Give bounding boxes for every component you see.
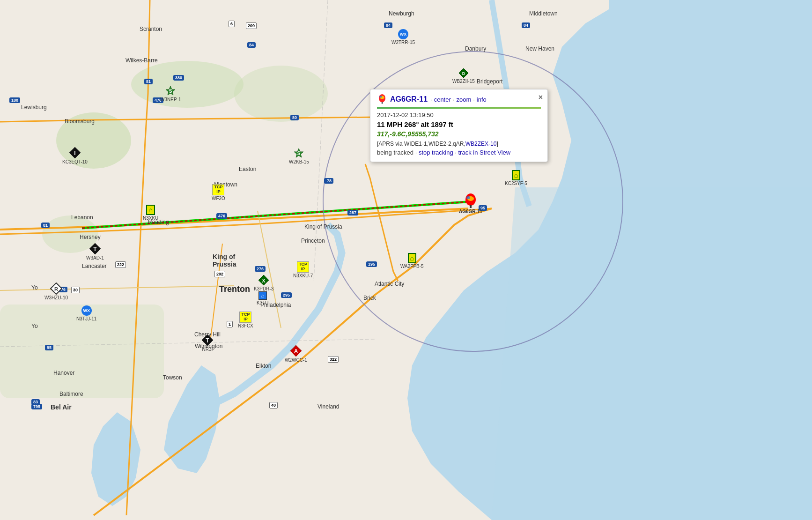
shield-i295: 295 [281,292,292,298]
svg-point-34 [379,96,382,98]
label-w2kb15: W2KB-15 [289,159,309,164]
popup-dot3: · [473,96,475,103]
popup-center-link[interactable]: center [434,96,451,103]
station-w3hzu10[interactable]: R W3HZU-10 [44,282,68,300]
svg-text:D: D [462,71,465,76]
shield-i95-s: 95 [45,345,53,350]
label-ag6gr11: AG6GR-11 [459,209,482,214]
label-kc2syf5: KC2SYF-5 [505,181,527,186]
svg-text:T: T [93,246,97,253]
shield-i287: 287 [347,210,358,215]
station-w3nep1[interactable]: S W3NEP-1 [160,85,181,102]
svg-text:I: I [74,150,75,156]
label-w3ad1: W3AD-1 [86,255,104,260]
label-w3hzu10: W3HZU-10 [44,295,68,300]
label-n3xku: N3XKU [143,215,158,221]
balloon-ag6gr11 [464,193,477,208]
popup-timestamp: 2017-12-02 13:19:50 [377,111,541,119]
shield-i78-2: 78 [325,178,333,184]
station-ag6gr11-map[interactable]: AG6GR-11 [459,193,482,214]
aprs-path-link[interactable]: WB2ZEX-10 [465,141,497,147]
shield-6: 6 [229,21,235,27]
label-wa2fpb5: WA2FPB-5 [400,264,424,269]
street-view-link[interactable]: track in Street View [458,149,510,156]
station-wb2zii15[interactable]: D WB2ZII-15 [452,68,475,84]
label-kc3eqt10: KC3EQT-10 [62,159,88,164]
stop-tracking-link[interactable]: stop tracking [419,149,453,156]
shield-40: 40 [269,402,278,409]
label-w2wcc1: W2WCC-1 [285,357,307,363]
diamond-w2wcc1: A [290,345,302,357]
station-w2trr15[interactable]: WX W2TRR-15 [391,29,415,45]
popup-coords: 317,-9.6C,95555,732 [377,130,541,138]
svg-text:T: T [206,337,209,344]
house-wa2fpb5: ⌂ [408,253,416,263]
shield-1: 1 [227,321,233,327]
popup-dot1: · [430,96,432,103]
station-k3tu[interactable]: ⌂ K3TU [257,291,269,305]
shield-i180: 180 [9,97,20,103]
wx-marker-w2trr15: WX [398,29,408,39]
popup-callsign[interactable]: AG6GR-11 [390,95,428,104]
station-wa2fpb5[interactable]: ⌂ WA2FPB-5 [400,253,424,269]
shield-i276: 276 [255,266,266,272]
tcpip-wf2o: TCPIP [212,184,224,195]
label-w3nep1: W3NEP-1 [160,97,181,102]
popup-dot2: · [453,96,455,103]
shield-i81-n: 81 [144,79,153,84]
label-k3tu: K3TU [257,300,269,305]
station-n3xku7[interactable]: TCPIP N3XKU-7 [293,261,313,278]
tcpip-n3fcx: TCPIP [239,312,251,323]
popup-tracking: being tracked · stop tracking · track in… [377,149,541,156]
tracking-status: being tracked [377,149,413,156]
svg-rect-35 [382,102,383,104]
svg-text:A: A [294,348,298,355]
station-n3tjj11[interactable]: WX N3TJJ-11 [76,305,96,321]
house-n3xku: ⌂ [146,205,155,215]
station-w2wcc1[interactable]: A W2WCC-1 [285,345,307,363]
popup-info-link[interactable]: info [477,96,487,103]
popup-zoom-link[interactable]: zoom [456,96,471,103]
station-w3ad1[interactable]: T W3AD-1 [86,243,104,260]
shield-222: 222 [115,261,126,268]
star-w2kb: S [293,148,304,159]
label-wf2o: WF2O [212,196,225,201]
popup-close-button[interactable]: × [539,93,543,102]
station-kc3eqt10[interactable]: I KC3EQT-10 [62,147,88,164]
popup-aprs: [APRS via WIDE1-1,WIDE2-2,qAR,WB2ZEX-10] [377,141,541,147]
svg-point-20 [466,196,470,199]
svg-point-5 [234,66,328,122]
tracking-dot1: · [415,149,419,156]
shield-i84: 84 [384,22,392,28]
house-k3tu: ⌂ [258,291,267,300]
shield-i81-s: 81 [41,223,50,228]
label-k3pdr3: K3PDR-3 [254,286,273,291]
diamond-w3ad1: T [89,243,101,255]
diamond-k3pdr3: X [258,275,269,286]
shield-i380: 380 [173,75,184,81]
diamond-nr3i: T [201,334,214,346]
star-w3nep: S [165,85,176,97]
label-wb2zii15: WB2ZII-15 [452,79,475,84]
shield-30: 30 [71,287,80,293]
label-w2trr15: W2TRR-15 [391,40,415,45]
svg-text:S: S [169,89,172,94]
station-n3fcx[interactable]: TCPIP N3FCX [238,312,253,328]
station-k3pdr3[interactable]: X K3PDR-3 [254,275,273,291]
house-kc2syf5: ⌂ [512,170,520,180]
label-n3tjj11: N3TJJ-11 [76,316,96,321]
station-wf2o[interactable]: TCPIP WF2O [212,184,225,201]
svg-text:R: R [54,286,58,292]
station-kc2syf5[interactable]: ⌂ KC2SYF-5 [505,170,527,186]
aprs-path-suffix: ] [496,141,498,147]
diamond-kc3eqt: I [69,147,81,159]
label-n3xku7: N3XKU-7 [293,273,313,278]
station-w2kb15[interactable]: S W2KB-15 [289,148,309,164]
station-n3xku[interactable]: ⌂ N3XKU [143,205,158,221]
svg-text:S: S [297,151,301,156]
label-n3fcx: N3FCX [238,323,253,328]
shield-202: 202 [214,271,225,277]
wx-marker-n3tjj11: WX [81,305,92,316]
station-nr3i[interactable]: T NR3I [201,334,214,352]
shield-i795: 795 [31,404,42,409]
